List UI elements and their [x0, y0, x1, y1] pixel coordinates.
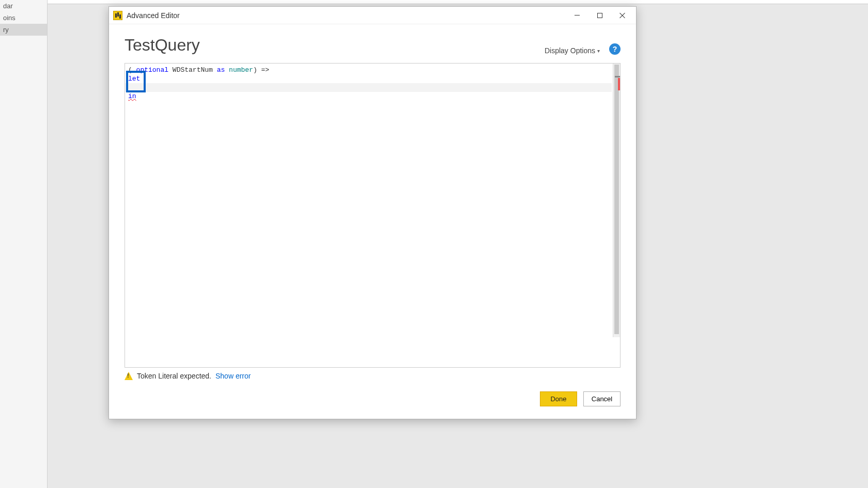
titlebar: Advanced Editor — [109, 7, 636, 24]
code-content[interactable]: ( optional WDStartNum as number) => let … — [125, 64, 620, 103]
error-bar: Token Literal expected. Show error — [109, 368, 636, 382]
help-button[interactable]: ? — [609, 43, 621, 55]
app-icon — [113, 11, 122, 20]
show-error-link[interactable]: Show error — [215, 372, 251, 380]
sidebar-item[interactable]: oins — [0, 12, 47, 24]
minimize-button[interactable] — [566, 8, 588, 23]
display-options-dropdown[interactable]: Display Options ▾ — [545, 46, 600, 55]
dialog-buttons: Done Cancel — [109, 382, 636, 419]
overview-ruler — [613, 337, 620, 367]
code-editor[interactable]: ( optional WDStartNum as number) => let … — [125, 63, 621, 368]
background-top-strip — [0, 0, 868, 4]
scroll-thumb[interactable] — [614, 65, 619, 334]
dialog-header: TestQuery Display Options ▾ ? — [109, 24, 636, 59]
chevron-down-icon: ▾ — [597, 48, 600, 54]
background-queries-panel: dar oins ry — [0, 0, 48, 488]
error-message: Token Literal expected. — [137, 372, 211, 380]
window-controls — [566, 8, 634, 23]
done-button[interactable]: Done — [540, 391, 577, 406]
query-name: TestQuery — [125, 36, 545, 55]
minimize-icon — [575, 15, 580, 15]
vertical-scrollbar[interactable] — [613, 64, 620, 337]
cancel-button[interactable]: Cancel — [583, 391, 621, 406]
advanced-editor-dialog: Advanced Editor TestQuery Display Option… — [109, 6, 637, 419]
maximize-button[interactable] — [588, 8, 611, 23]
maximize-icon — [597, 13, 602, 18]
sidebar-item[interactable]: dar — [0, 0, 47, 12]
close-icon — [619, 12, 626, 19]
display-options-label: Display Options — [545, 46, 595, 55]
close-button[interactable] — [611, 8, 634, 23]
window-title: Advanced Editor — [127, 11, 566, 20]
sidebar-item[interactable]: ry — [0, 24, 47, 36]
warning-icon — [125, 372, 133, 380]
